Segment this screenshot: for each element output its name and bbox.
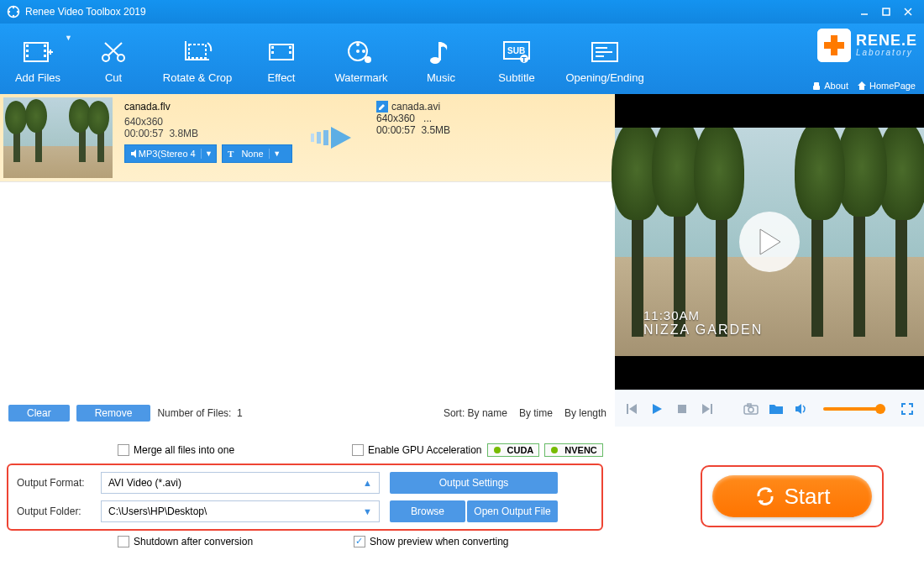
svg-rect-11 [26,50,29,52]
tool-effect[interactable]: Effect [244,24,319,94]
svg-point-3 [8,11,10,13]
subtitle-dropdown[interactable]: T None▼ [222,144,292,163]
svg-rect-10 [26,45,29,47]
brand-logo: RENE.E Laboratory [817,29,917,62]
source-file-info: canada.flv 640x360 00:00:57 3.8MB MP3(St… [116,94,301,181]
svg-text:SUB: SUB [507,46,525,55]
open-output-file-button[interactable]: Open Output File [467,500,558,522]
svg-point-31 [362,50,365,53]
svg-rect-26 [289,46,291,49]
next-button[interactable] [699,401,716,417]
stop-button[interactable] [674,401,690,417]
brand-name: RENE.E [856,34,917,47]
svg-text:T: T [522,55,527,64]
fullscreen-button[interactable] [899,401,916,417]
shutdown-checkbox[interactable] [118,536,129,547]
svg-rect-47 [317,132,321,144]
svg-rect-45 [813,86,820,90]
show-preview-checkbox[interactable] [354,536,365,547]
opening-icon [587,34,622,70]
svg-rect-48 [323,130,328,145]
tool-music[interactable]: Music [403,24,479,94]
preview-overlay-text: 11:30AM NIZZA GARDEN [643,308,763,338]
svg-rect-25 [271,51,274,54]
tool-rotate-crop[interactable]: Rotate & Crop [151,24,244,94]
output-folder-label: Output Folder: [17,506,101,517]
player-controls [615,390,924,427]
tool-subtitle[interactable]: SUBT Subtitle [479,24,554,94]
sort-options: Sort: By name By time By length [444,407,606,419]
tool-label: Subtitle [498,71,534,84]
merge-checkbox[interactable] [118,444,129,456]
svg-rect-13 [44,45,46,47]
play-button[interactable] [739,212,800,272]
close-button[interactable] [899,4,917,19]
start-highlight-box: Start [701,465,884,527]
music-icon [423,34,459,70]
film-add-icon [20,34,55,70]
clear-button[interactable]: Clear [8,405,70,422]
output-folder-select[interactable]: C:\Users\HP\Desktop\▼ [101,500,380,522]
sort-by-time[interactable]: By time [519,407,553,419]
svg-point-53 [748,407,753,412]
svg-point-2 [13,15,14,17]
output-format-label: Output Format: [17,477,101,489]
svg-point-1 [13,7,14,8]
gpu-checkbox[interactable] [352,444,364,456]
volume-slider[interactable] [823,407,885,411]
browse-button[interactable]: Browse [390,500,465,522]
toolbar: ▼ Add Files Cut Rotate & Crop Effect Wat… [0,24,924,94]
svg-point-56 [551,447,558,453]
svg-point-19 [118,55,124,61]
start-button[interactable]: Start [712,475,872,517]
gpu-label: Enable GPU Acceleration [368,444,481,456]
app-logo-icon [7,5,20,18]
remove-button[interactable]: Remove [76,405,151,422]
crop-icon [180,34,215,70]
svg-point-18 [102,55,109,61]
file-thumbnail [3,97,113,178]
svg-rect-6 [883,8,890,15]
svg-rect-43 [824,42,844,49]
about-link[interactable]: About [811,81,848,91]
chevron-down-icon: ▼ [363,506,372,516]
svg-rect-14 [44,50,46,52]
tool-watermark[interactable]: Watermark [319,24,403,94]
homepage-link[interactable]: HomePage [857,81,916,91]
convert-arrow-icon [301,94,368,181]
tool-label: Watermark [334,71,387,84]
svg-rect-15 [44,55,46,57]
play-button-small[interactable] [648,401,665,417]
minimize-button[interactable] [855,4,874,19]
output-settings-button[interactable]: Output Settings [390,472,558,494]
output-format-select[interactable]: AVI Video (*.avi)▲ [101,472,380,494]
titlebar: Renee Video Toolbox 2019 [0,0,924,24]
app-title: Renee Video Toolbox 2019 [25,6,146,18]
edit-icon[interactable] [376,101,388,113]
refresh-icon [754,485,776,507]
svg-rect-49 [627,404,628,414]
svg-rect-12 [26,55,29,57]
tool-opening-ending[interactable]: Opening/Ending [554,24,655,94]
merge-label: Merge all files into one [134,444,234,456]
output-highlight-box: Output Format: AVI Video (*.avi)▲ Output… [7,464,603,531]
tool-label: Music [427,71,455,84]
audio-dropdown[interactable]: MP3(Stereo 4▼ [124,144,217,163]
sort-label: Sort: By name [444,407,507,419]
volume-icon[interactable] [793,401,810,417]
snapshot-button[interactable] [743,401,759,417]
tool-cut[interactable]: Cut [76,24,151,94]
tool-add-files[interactable]: ▼ Add Files [0,24,76,94]
maximize-button[interactable] [877,4,895,19]
tool-label: Effect [267,71,295,84]
prev-button[interactable] [623,401,640,417]
svg-rect-27 [289,51,291,54]
source-filename: canada.flv [124,101,292,113]
shutdown-label: Shutdown after conversion [134,536,253,547]
tool-label: Rotate & Crop [163,71,232,84]
svg-rect-46 [311,134,314,142]
source-dimensions: 640x360 [124,116,292,128]
sort-by-length[interactable]: By length [564,407,606,419]
svg-point-30 [356,43,360,46]
open-folder-button[interactable] [768,401,785,417]
